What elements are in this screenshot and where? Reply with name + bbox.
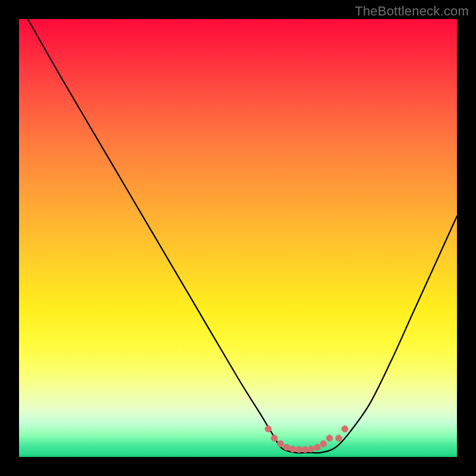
curve-layer xyxy=(19,19,457,457)
svg-point-3 xyxy=(283,444,290,451)
svg-point-1 xyxy=(271,435,278,441)
svg-point-9 xyxy=(320,441,327,447)
plot-area xyxy=(19,19,457,457)
chart-frame: TheBottleneck.com xyxy=(0,0,476,476)
svg-point-8 xyxy=(314,444,321,451)
svg-point-2 xyxy=(277,441,284,447)
svg-point-12 xyxy=(342,426,348,433)
optimal-zone-marker xyxy=(265,426,348,453)
bottleneck-curve xyxy=(28,19,457,453)
svg-point-7 xyxy=(308,446,315,453)
svg-point-10 xyxy=(327,435,333,441)
svg-point-5 xyxy=(296,446,302,453)
svg-point-6 xyxy=(302,446,308,453)
svg-point-11 xyxy=(336,435,342,441)
svg-point-0 xyxy=(265,426,272,433)
watermark-text: TheBottleneck.com xyxy=(355,4,469,19)
svg-point-4 xyxy=(290,446,296,453)
